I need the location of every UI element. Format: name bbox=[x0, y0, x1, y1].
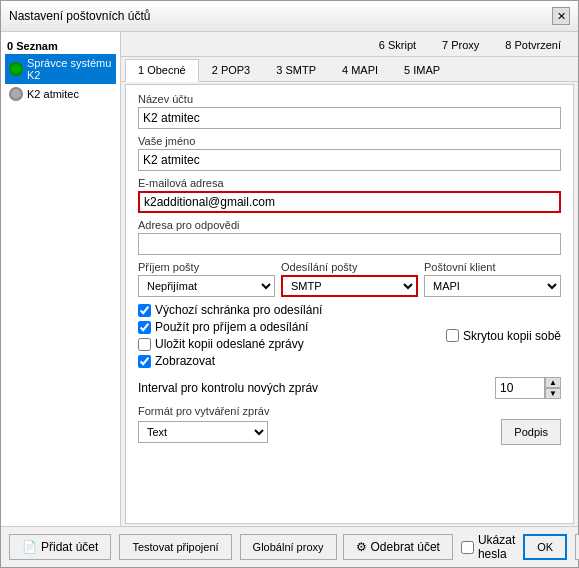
storno-button[interactable]: Storno bbox=[575, 534, 579, 560]
tab-smtp[interactable]: 3 SMTP bbox=[263, 59, 329, 81]
email-label: E-mailová adresa bbox=[138, 177, 561, 189]
account-icon-green bbox=[9, 62, 23, 76]
file-icon: 📄 bbox=[22, 540, 37, 554]
checkbox-ulozit: Uložit kopii odeslané zprávy bbox=[138, 337, 350, 351]
interval-input[interactable] bbox=[495, 377, 545, 399]
checkboxes-area: Výchozí schránka pro odesílání Použít pr… bbox=[138, 303, 561, 371]
checkbox-zobrazovat-input[interactable] bbox=[138, 355, 151, 368]
testovat-button[interactable]: Testovat připojení bbox=[119, 534, 231, 560]
nazev-uctu-label: Název účtu bbox=[138, 93, 561, 105]
bottom-buttons: 📄 Přidat účet Testovat připojení Globáln… bbox=[1, 526, 578, 567]
form-area: Název účtu Vaše jméno E-mailová adresa A… bbox=[125, 84, 574, 524]
tab-mapi[interactable]: 4 MAPI bbox=[329, 59, 391, 81]
tab-proxy[interactable]: 7 Proxy bbox=[429, 34, 492, 56]
postovni-select[interactable]: MAPI SMTP Žádný bbox=[424, 275, 561, 297]
gear-icon: ⚙ bbox=[356, 540, 367, 554]
right-checks: Skrytou kopii sobě bbox=[350, 303, 562, 371]
main-dialog: Nastavení poštovních účtů ✕ 0 Seznam Spr… bbox=[0, 0, 579, 568]
checkbox-ulozit-label: Uložit kopii odeslané zprávy bbox=[155, 337, 304, 351]
checkbox-skrytou: Skrytou kopii sobě bbox=[446, 303, 561, 368]
sidebar-item-spravce[interactable]: Správce systému K2 bbox=[5, 54, 116, 84]
pridat-ucet-button[interactable]: 📄 Přidat účet bbox=[9, 534, 111, 560]
checkbox-vychozi-label: Výchozí schránka pro odesílání bbox=[155, 303, 322, 317]
ok-button[interactable]: OK bbox=[523, 534, 567, 560]
vase-jmeno-group: Vaše jméno bbox=[138, 135, 561, 171]
main-panel: 6 Skript 7 Proxy 8 Potvrzení 1 Obecné 2 … bbox=[121, 32, 578, 526]
checkbox-vychozi-input[interactable] bbox=[138, 304, 151, 317]
nazev-uctu-input[interactable] bbox=[138, 107, 561, 129]
email-group: E-mailová adresa bbox=[138, 177, 561, 213]
sidebar-item-k2atmitec[interactable]: K2 atmitec bbox=[5, 84, 116, 104]
tab-potvrzeni[interactable]: 8 Potvrzení bbox=[492, 34, 574, 56]
close-button[interactable]: ✕ bbox=[552, 7, 570, 25]
odebrat-ucet-button[interactable]: ⚙ Odebrat účet bbox=[343, 534, 453, 560]
vase-jmeno-label: Vaše jméno bbox=[138, 135, 561, 147]
checkbox-pouzit: Použít pro příjem a odesílání bbox=[138, 320, 350, 334]
prijem-label: Příjem pošty bbox=[138, 261, 275, 273]
vase-jmeno-input[interactable] bbox=[138, 149, 561, 171]
checkbox-vychozi: Výchozí schránka pro odesílání bbox=[138, 303, 350, 317]
tab-skript[interactable]: 6 Skript bbox=[366, 34, 429, 56]
globalni-proxy-button[interactable]: Globální proxy bbox=[240, 534, 337, 560]
podpis-button[interactable]: Podpis bbox=[501, 419, 561, 445]
left-checks: Výchozí schránka pro odesílání Použít pr… bbox=[138, 303, 350, 371]
bottom-row-left: 📄 Přidat účet Testovat připojení Globáln… bbox=[9, 533, 337, 561]
checkbox-pouzit-input[interactable] bbox=[138, 321, 151, 334]
checkbox-ulozit-input[interactable] bbox=[138, 338, 151, 351]
ukazat-hesla-group: Ukázat hesla bbox=[461, 533, 515, 561]
format-group: Formát pro vytváření zpráv Text HTML Ric… bbox=[138, 405, 561, 445]
odesilani-select[interactable]: SMTP MAPI Žádné bbox=[281, 275, 418, 297]
title-bar: Nastavení poštovních účtů ✕ bbox=[1, 1, 578, 32]
interval-up-button[interactable]: ▲ bbox=[545, 377, 561, 388]
interval-row: Interval pro kontrolu nových zpráv ▲ ▼ bbox=[138, 377, 561, 399]
prijem-group: Příjem pošty Nepřijímat POP3 IMAP bbox=[138, 261, 275, 297]
checkbox-skrytou-input[interactable] bbox=[446, 329, 459, 342]
sidebar-label-spravce: Správce systému K2 bbox=[27, 57, 112, 81]
ukazat-hesla-label: Ukázat hesla bbox=[478, 533, 515, 561]
tabs-lower: 1 Obecné 2 POP3 3 SMTP 4 MAPI 5 IMAP bbox=[121, 57, 578, 82]
odesilani-label: Odesílání pošty bbox=[281, 261, 418, 273]
dialog-title: Nastavení poštovních účtů bbox=[9, 9, 150, 23]
adresa-odpovedi-group: Adresa pro odpovědi bbox=[138, 219, 561, 255]
prijem-select[interactable]: Nepřijímat POP3 IMAP bbox=[138, 275, 275, 297]
sidebar-section-label: 0 Seznam bbox=[5, 36, 116, 54]
format-row: Text HTML Rich Text Podpis bbox=[138, 419, 561, 445]
tab-obecne[interactable]: 1 Obecné bbox=[125, 59, 199, 82]
checkbox-skrytou-label: Skrytou kopii sobě bbox=[463, 329, 561, 343]
adresa-odpovedi-label: Adresa pro odpovědi bbox=[138, 219, 561, 231]
odesilani-group: Odesílání pošty SMTP MAPI Žádné bbox=[281, 261, 418, 297]
email-input[interactable] bbox=[138, 191, 561, 213]
sidebar: 0 Seznam Správce systému K2 K2 atmitec bbox=[1, 32, 121, 526]
interval-spinner: ▲ ▼ bbox=[495, 377, 561, 399]
checkbox-pouzit-label: Použít pro příjem a odesílání bbox=[155, 320, 308, 334]
bottom-row-right: ⚙ Odebrat účet Ukázat hesla OK Storno bbox=[343, 533, 579, 561]
postovni-group: Poštovní klient MAPI SMTP Žádný bbox=[424, 261, 561, 297]
postovni-label: Poštovní klient bbox=[424, 261, 561, 273]
interval-label: Interval pro kontrolu nových zpráv bbox=[138, 381, 318, 395]
dropdowns-row: Příjem pošty Nepřijímat POP3 IMAP Odesíl… bbox=[138, 261, 561, 297]
content-area: 0 Seznam Správce systému K2 K2 atmitec 6… bbox=[1, 32, 578, 526]
format-select[interactable]: Text HTML Rich Text bbox=[138, 421, 268, 443]
interval-spinner-buttons: ▲ ▼ bbox=[545, 377, 561, 399]
format-label: Formát pro vytváření zpráv bbox=[138, 405, 561, 417]
tabs-upper: 6 Skript 7 Proxy 8 Potvrzení bbox=[121, 32, 578, 57]
account-icon-gray bbox=[9, 87, 23, 101]
tab-imap[interactable]: 5 IMAP bbox=[391, 59, 453, 81]
checkbox-split-row1: Výchozí schránka pro odesílání Použít pr… bbox=[138, 303, 561, 371]
checkbox-zobrazovat-label: Zobrazovat bbox=[155, 354, 215, 368]
sidebar-label-k2atmitec: K2 atmitec bbox=[27, 88, 79, 100]
checkbox-zobrazovat: Zobrazovat bbox=[138, 354, 350, 368]
ukazat-hesla-checkbox[interactable] bbox=[461, 541, 474, 554]
nazev-uctu-group: Název účtu bbox=[138, 93, 561, 129]
tab-pop3[interactable]: 2 POP3 bbox=[199, 59, 264, 81]
adresa-odpovedi-input[interactable] bbox=[138, 233, 561, 255]
interval-down-button[interactable]: ▼ bbox=[545, 388, 561, 399]
